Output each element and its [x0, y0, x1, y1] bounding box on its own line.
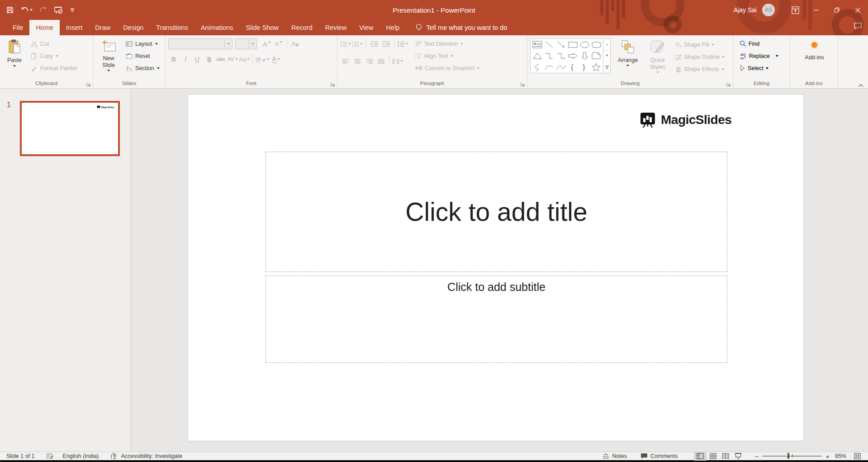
select-button[interactable]: Select: [739, 62, 788, 74]
copy-button[interactable]: Copy: [29, 50, 80, 62]
shape-elbow-arrow-connector[interactable]: [556, 52, 565, 60]
customize-qat-icon[interactable]: [70, 7, 75, 13]
zoom-out-icon[interactable]: −: [754, 452, 759, 460]
collapse-ribbon-icon[interactable]: [858, 84, 863, 87]
drawing-dialog-launcher[interactable]: [726, 82, 731, 86]
increase-indent-button[interactable]: [380, 38, 391, 49]
zoom-level[interactable]: 85%: [835, 453, 846, 459]
align-right-button[interactable]: [364, 56, 375, 67]
avatar[interactable]: AS: [762, 4, 775, 16]
tab-draw[interactable]: Draw: [89, 20, 117, 35]
tab-insert[interactable]: Insert: [60, 20, 89, 35]
bullets-button[interactable]: [340, 38, 351, 49]
find-button[interactable]: Find: [739, 38, 788, 50]
tell-me-search[interactable]: Tell me what you want to do: [416, 20, 507, 35]
tab-design[interactable]: Design: [117, 20, 150, 35]
replace-button[interactable]: abac Replace: [739, 50, 788, 62]
new-slide-button[interactable]: New Slide: [96, 38, 121, 71]
shape-down-arrow[interactable]: [581, 52, 588, 60]
paragraph-dialog-launcher[interactable]: [521, 82, 525, 86]
reading-view-button[interactable]: [719, 452, 732, 461]
line-spacing-button[interactable]: [397, 38, 408, 49]
tab-record[interactable]: Record: [285, 20, 319, 35]
text-direction-button[interactable]: A Text Direction: [414, 38, 480, 50]
undo-icon[interactable]: [21, 7, 33, 13]
shape-line[interactable]: [545, 41, 554, 48]
fit-slide-to-window-icon[interactable]: [851, 452, 863, 461]
align-left-button[interactable]: [340, 56, 351, 67]
italic-button[interactable]: I: [180, 54, 191, 65]
font-size-combobox[interactable]: [235, 38, 257, 49]
text-shadow-button[interactable]: S: [204, 54, 214, 65]
clear-formatting-button[interactable]: A: [290, 38, 301, 49]
shape-line-arrow[interactable]: [556, 41, 565, 48]
font-dialog-launcher[interactable]: [331, 82, 335, 86]
ribbon-display-options-icon[interactable]: [785, 0, 806, 20]
title-placeholder[interactable]: Click to add title: [266, 152, 727, 272]
shape-text-box[interactable]: A: [532, 41, 542, 48]
shape-arc[interactable]: [545, 64, 554, 71]
shape-elbow-connector[interactable]: [545, 52, 554, 60]
shape-right-arrow[interactable]: [568, 52, 578, 60]
comments-toggle[interactable]: Comments: [640, 453, 678, 459]
character-spacing-button[interactable]: AV: [227, 54, 238, 65]
slide-1-canvas[interactable]: MagicSlides Click to add title Click to …: [188, 95, 803, 441]
tab-slide-show[interactable]: Slide Show: [239, 20, 285, 35]
align-center-button[interactable]: [352, 56, 363, 67]
reset-button[interactable]: Reset: [124, 50, 161, 62]
shrink-font-button[interactable]: A: [273, 38, 284, 49]
feedback-bubble-icon[interactable]: [854, 23, 862, 29]
accessibility-status[interactable]: Accessibility: Investigate: [110, 453, 182, 460]
notes-toggle[interactable]: Notes: [602, 453, 627, 459]
gallery-more-icon[interactable]: [603, 62, 610, 73]
font-name-combobox[interactable]: [168, 38, 232, 49]
gallery-scroll-up-icon[interactable]: [603, 39, 610, 50]
slide-sorter-view-button[interactable]: [707, 452, 719, 461]
numbering-button[interactable]: 123: [352, 38, 363, 49]
layout-button[interactable]: Layout: [124, 38, 161, 50]
format-painter-button[interactable]: Format Painter: [29, 62, 80, 74]
start-slideshow-icon[interactable]: [54, 6, 63, 14]
shape-left-brace[interactable]: {: [570, 63, 575, 71]
change-case-button[interactable]: Aa: [239, 54, 250, 65]
zoom-in-icon[interactable]: +: [825, 452, 830, 460]
justify-button[interactable]: [375, 56, 386, 67]
tab-animations[interactable]: Animations: [194, 20, 240, 35]
tab-home[interactable]: Home: [29, 20, 60, 35]
clipboard-dialog-launcher[interactable]: [86, 82, 91, 86]
cut-button[interactable]: Cut: [29, 38, 80, 50]
shape-snip-corner[interactable]: [592, 52, 601, 60]
normal-view-button[interactable]: [694, 452, 707, 461]
shape-star[interactable]: [592, 63, 601, 71]
shape-triangle[interactable]: [533, 52, 542, 60]
restore-button[interactable]: [826, 0, 847, 20]
quick-styles-button[interactable]: Quick Styles: [645, 38, 670, 73]
align-text-button[interactable]: Align Text: [414, 50, 480, 62]
underline-button[interactable]: U: [192, 54, 203, 65]
shape-rounded-rectangle[interactable]: [592, 41, 601, 48]
arrange-button[interactable]: Arrange: [614, 38, 641, 67]
slide-indicator[interactable]: Slide 1 of 1: [6, 453, 35, 459]
zoom-slider-thumb[interactable]: [787, 453, 789, 459]
save-icon[interactable]: [6, 6, 14, 14]
shape-right-brace[interactable]: }: [582, 63, 587, 71]
tab-view[interactable]: View: [353, 20, 379, 35]
section-button[interactable]: Section: [124, 62, 161, 74]
columns-button[interactable]: [392, 56, 403, 67]
minimize-button[interactable]: [806, 0, 826, 20]
decrease-indent-button[interactable]: [369, 38, 379, 49]
shape-outline-button[interactable]: Shape Outline: [674, 51, 726, 63]
text-highlight-button[interactable]: ab: [256, 54, 270, 65]
language-indicator[interactable]: English (India): [63, 453, 99, 459]
close-button[interactable]: [847, 0, 868, 20]
font-color-button[interactable]: A: [270, 54, 281, 65]
shape-curve[interactable]: [556, 64, 566, 71]
slide-thumbnail-1[interactable]: MagicSlides: [20, 101, 120, 156]
gallery-scroll-down-icon[interactable]: [603, 50, 610, 62]
subtitle-placeholder[interactable]: Click to add subtitle: [266, 276, 727, 363]
strikethrough-button[interactable]: abc: [215, 54, 226, 65]
zoom-slider-track[interactable]: [762, 456, 822, 457]
paste-button[interactable]: Paste: [3, 38, 26, 67]
shape-fill-button[interactable]: Shape Fill: [674, 38, 726, 51]
shape-oval[interactable]: [580, 41, 589, 48]
